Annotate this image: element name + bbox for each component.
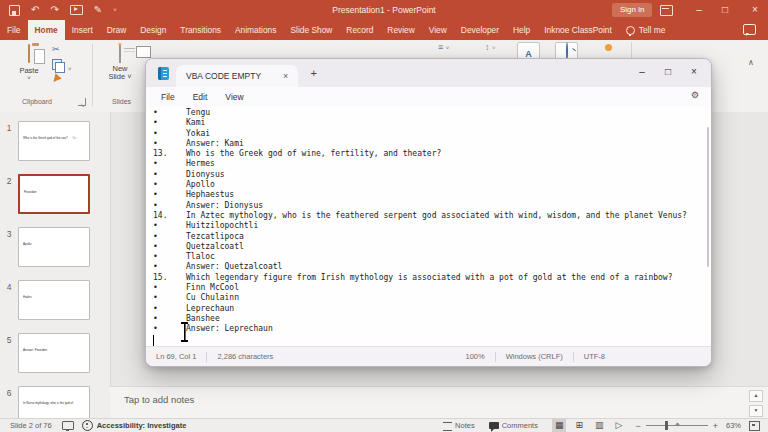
ribbon-tab[interactable]: Help xyxy=(506,20,537,40)
save-icon[interactable] xyxy=(9,5,20,16)
notepad-scrollbar[interactable] xyxy=(707,127,709,267)
line-text: Answer: Kami xyxy=(186,139,244,149)
slide-layout-icon[interactable] xyxy=(136,46,151,58)
ribbon-tab[interactable]: Slide Show xyxy=(283,20,339,40)
notes-pane[interactable]: Tap to add notes ▲ ▼ xyxy=(110,386,768,419)
list-numbering-icon[interactable]: ≡ ˅ xyxy=(438,42,449,52)
cut-icon[interactable]: ✂ xyxy=(52,45,62,54)
slide-thumbnail-row[interactable]: 1 Who is the Greek god of the sea? 10s xyxy=(0,121,110,161)
notepad-zoom-level[interactable]: 100% xyxy=(455,352,494,361)
menu-item[interactable]: File xyxy=(152,92,184,102)
zoom-slider[interactable] xyxy=(646,420,708,431)
tab-close-icon[interactable]: × xyxy=(283,71,288,81)
notepad-close-button[interactable]: × xyxy=(681,59,707,85)
normal-view-icon[interactable]: ▦ xyxy=(552,419,567,432)
zoom-level[interactable]: 63% xyxy=(726,421,741,430)
slide-thumbnail-title: Hades xyxy=(23,295,32,299)
redo-icon[interactable]: ↷ xyxy=(50,5,58,15)
notepad-tab[interactable]: VBA CODE EMPTY × xyxy=(176,65,298,87)
slide-sorter-icon[interactable]: ⊞ xyxy=(572,419,586,432)
menu-item[interactable]: View xyxy=(216,92,252,102)
ribbon-tab[interactable]: View xyxy=(422,20,454,40)
ribbon-tab[interactable]: Draw xyxy=(100,20,134,40)
notes-placeholder[interactable]: Tap to add notes xyxy=(124,394,194,405)
ribbon-display-options-icon[interactable] xyxy=(660,5,673,16)
encoding[interactable]: UTF-8 xyxy=(574,352,615,361)
reading-view-icon[interactable]: ▥ xyxy=(592,419,607,432)
line-text: Banshee xyxy=(186,314,220,324)
zoom-slider-thumb[interactable] xyxy=(665,421,668,430)
new-tab-icon[interactable]: + xyxy=(310,67,316,79)
new-slide-button[interactable]: NewSlide ˅ xyxy=(100,45,140,81)
text-line: 14. In Aztec mythology, who is the feath… xyxy=(153,211,711,221)
accessibility-status[interactable]: Accessibility: Investigate xyxy=(82,420,187,431)
slide-thumbnail[interactable]: In Norse mythology, who is the god of th… xyxy=(18,386,90,418)
record-dot-icon[interactable] xyxy=(605,44,612,51)
ribbon-tabs: File Home Insert Draw Design Transitions… xyxy=(0,20,619,40)
notepad-maximize-button[interactable]: □ xyxy=(655,59,681,85)
ribbon-tab[interactable]: Insert xyxy=(65,20,100,40)
slide-number: 6 xyxy=(0,386,18,398)
ribbon-tab[interactable]: Developer xyxy=(454,20,506,40)
start-slideshow-icon[interactable] xyxy=(70,5,83,15)
slide-thumbnail[interactable]: Hades xyxy=(18,280,90,320)
slide-thumbnail[interactable]: Poseidon xyxy=(18,174,90,214)
ribbon-tab[interactable]: Record xyxy=(339,20,380,40)
slide-thumbnail[interactable]: Answer: Poseidon xyxy=(18,333,90,373)
undo-icon[interactable]: ↶ xyxy=(31,5,39,15)
ink-pen-icon[interactable]: ✎ xyxy=(94,5,102,15)
ribbon-tab[interactable]: Review xyxy=(380,20,421,40)
slide-thumbnail-row[interactable]: 6 In Norse mythology, who is the god of … xyxy=(0,386,110,418)
powerpoint-titlebar: ↶ ↷ ✎ ˅ Presentation1 - PowerPoint Sign … xyxy=(0,0,768,20)
slideshow-view-icon[interactable]: ▷ xyxy=(613,419,626,432)
line-text: Who is the Greek god of wine, fertility,… xyxy=(186,149,441,159)
ribbon-tab[interactable]: Inknoe ClassPoint xyxy=(537,20,619,40)
previous-slide-icon[interactable]: ▲ xyxy=(749,390,763,402)
ribbon-tab[interactable]: Home xyxy=(28,20,65,40)
display-settings-icon[interactable] xyxy=(62,421,74,430)
notepad-titlebar[interactable]: VBA CODE EMPTY × + – □ × xyxy=(146,59,711,87)
line-text: Huitzilopochtli xyxy=(186,221,258,231)
paste-chevron-icon[interactable]: ˅ xyxy=(10,75,48,81)
ribbon-tab[interactable]: Transitions xyxy=(173,20,228,40)
fit-slide-to-window-icon[interactable] xyxy=(749,421,760,431)
copy-icon[interactable] xyxy=(52,59,62,70)
text-line: • Answer: Leprechaun xyxy=(153,324,711,334)
close-button[interactable]: × xyxy=(744,0,766,20)
zoom-in-icon[interactable]: + xyxy=(713,421,718,431)
line-ending-type[interactable]: Windows (CRLF) xyxy=(496,352,573,361)
text-line: • Dionysus xyxy=(153,170,711,180)
menu-item[interactable]: Edit xyxy=(184,92,217,102)
copy-chevron-icon[interactable]: ˅ xyxy=(68,66,72,72)
customize-qat-icon[interactable]: ˅ xyxy=(113,5,117,15)
ribbon-tab[interactable]: Design xyxy=(133,20,173,40)
slide-thumbnail-row[interactable]: 3 Apollo xyxy=(0,227,110,267)
settings-gear-icon[interactable]: ⚙ xyxy=(691,91,699,100)
text-direction-icon[interactable]: ↕ ˅ xyxy=(485,42,496,52)
format-painter-icon[interactable] xyxy=(50,73,61,84)
line-text: Apollo xyxy=(186,180,215,190)
text-line: 13. Who is the Greek god of wine, fertil… xyxy=(153,149,711,159)
collapse-ribbon-icon[interactable]: ∧ xyxy=(748,58,754,67)
ribbon-tab[interactable]: Animations xyxy=(228,20,283,40)
notepad-text-area[interactable]: • Tengu • Kami • Yokai • xyxy=(146,107,711,347)
clipboard-dialog-launcher-icon[interactable] xyxy=(78,98,86,106)
slide-indicator[interactable]: Slide 2 of 76 xyxy=(10,421,52,430)
paste-button[interactable]: Paste ˅ xyxy=(10,45,48,81)
slide-thumbnail[interactable]: Apollo xyxy=(18,227,90,267)
minimize-button[interactable]: – xyxy=(688,0,710,20)
notepad-minimize-button[interactable]: – xyxy=(629,59,655,85)
tell-me-button[interactable]: Tell me xyxy=(619,20,673,40)
maximize-button[interactable]: □ xyxy=(714,0,736,20)
slide-thumbnail-row[interactable]: 2 Poseidon xyxy=(0,174,110,214)
next-slide-icon[interactable]: ▼ xyxy=(749,405,763,417)
sign-in-button[interactable]: Sign in xyxy=(612,3,652,17)
ribbon-tab[interactable]: File xyxy=(0,20,28,40)
slide-thumbnail-row[interactable]: 4 Hades xyxy=(0,280,110,320)
comments-toggle[interactable]: Comments xyxy=(489,421,538,430)
notes-toggle[interactable]: Notes xyxy=(443,421,475,431)
slide-thumbnail[interactable]: Who is the Greek god of the sea? 10s xyxy=(18,121,90,161)
zoom-out-icon[interactable]: − xyxy=(635,421,640,431)
slide-thumbnail-row[interactable]: 5 Answer: Poseidon xyxy=(0,333,110,373)
comments-pane-icon[interactable] xyxy=(743,24,756,35)
